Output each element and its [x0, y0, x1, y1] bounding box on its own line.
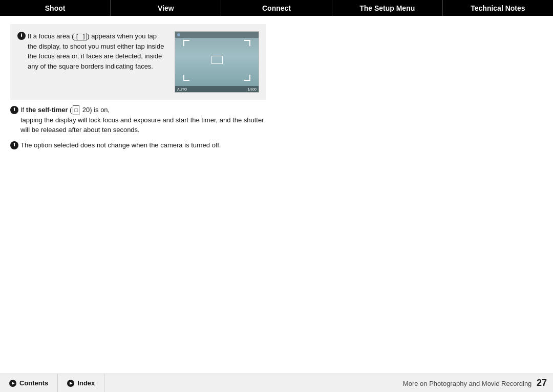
camera-top-bar: [175, 32, 259, 38]
footer-right: More on Photography and Movie Recording …: [104, 378, 553, 388]
note3-content: The option selected does not change when…: [20, 141, 221, 149]
note-block-3: The option selected does not change when…: [10, 140, 266, 150]
note1-text: If a focus area ([ ]) appears when you t…: [28, 31, 167, 71]
tab-connect[interactable]: Connect: [221, 0, 332, 16]
note3-pencil-icon: [10, 141, 18, 149]
camera-image: AUTO 1/800: [175, 31, 259, 93]
page-number: 27: [537, 378, 547, 388]
book-ref-icon: □: [73, 105, 79, 115]
index-arrow-icon: [67, 380, 74, 387]
focus-bracket-topleft: [183, 40, 189, 46]
svg-point-5: [14, 143, 15, 144]
svg-rect-2: [14, 108, 15, 111]
note2-suffix: tapping the display will lock focus and …: [20, 116, 264, 134]
note-block-2: If the self-timer (□ 20) is on, tapping …: [10, 105, 266, 135]
focus-bracket-bottomright: [244, 75, 250, 81]
note2-prefix: If: [20, 106, 26, 114]
main-content: If a focus area ([ ]) appears when you t…: [0, 16, 276, 163]
contents-button[interactable]: Contents: [0, 374, 58, 392]
camera-bottom-bar: AUTO 1/800: [175, 86, 259, 92]
note3-icon-wrap: [10, 141, 18, 149]
top-navigation: Shoot View Connect The Setup Menu Techni…: [0, 0, 553, 16]
footer-right-text: More on Photography and Movie Recording: [403, 380, 531, 387]
svg-rect-4: [14, 144, 15, 146]
focus-bracket-topright: [244, 40, 250, 46]
svg-point-1: [21, 33, 22, 34]
note1-line: If a focus area ([ ]) appears when you t…: [17, 31, 167, 71]
note2-pencil-icon: [10, 106, 18, 114]
tab-technical-notes[interactable]: Technical Notes: [443, 0, 553, 16]
svg-point-3: [14, 107, 15, 108]
note-pencil-icon: [17, 32, 26, 40]
focus-center-box: [211, 56, 223, 64]
contents-arrow-icon: [9, 380, 16, 387]
camera-screen: AUTO 1/800: [175, 32, 259, 92]
index-label: Index: [77, 379, 95, 387]
contents-label: Contents: [19, 379, 48, 387]
camera-indicator: [177, 33, 180, 36]
tab-setup-menu[interactable]: The Setup Menu: [332, 0, 443, 16]
note1-text-area: If a focus area ([ ]) appears when you t…: [17, 31, 167, 72]
note2-text: If the self-timer (□ 20) is on, tapping …: [20, 105, 266, 135]
index-button[interactable]: Index: [58, 374, 104, 392]
bottom-nav-left: Contents Index: [0, 374, 104, 392]
note1-icon-wrap: [17, 32, 26, 40]
focus-bracket-bottomleft: [183, 75, 189, 81]
camera-info-label: 1/800: [247, 88, 257, 91]
note2-icon-wrap: [10, 106, 18, 114]
note2-page-ref: 20: [82, 106, 90, 114]
tab-view[interactable]: View: [111, 0, 221, 16]
note-block-1: If a focus area ([ ]) appears when you t…: [10, 24, 266, 100]
tab-shoot[interactable]: Shoot: [0, 0, 111, 16]
camera-auto-label: AUTO: [177, 88, 187, 91]
note2-bold: the self-timer: [26, 106, 68, 114]
svg-rect-0: [21, 34, 22, 37]
note3-text: The option selected does not change when…: [20, 140, 221, 150]
bottom-navigation: Contents Index More on Photography and M…: [0, 374, 553, 392]
